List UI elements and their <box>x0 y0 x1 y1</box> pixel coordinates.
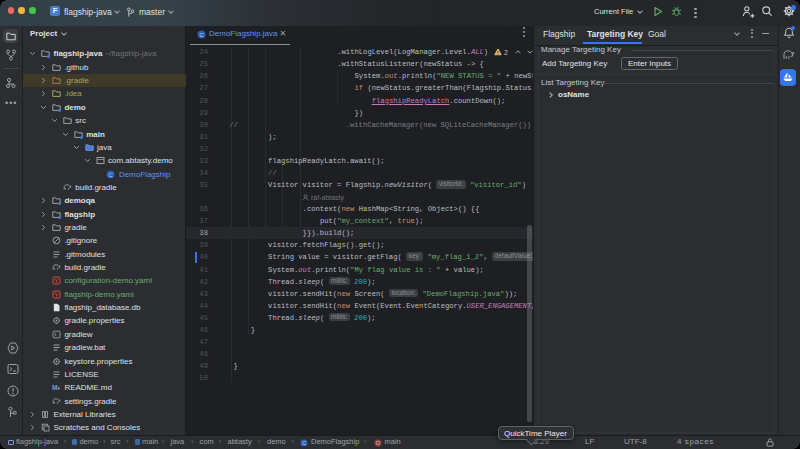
svg-text:C: C <box>199 31 203 37</box>
svg-text:M: M <box>52 384 57 391</box>
svg-text:C: C <box>109 171 113 177</box>
svg-text:C: C <box>302 439 306 445</box>
